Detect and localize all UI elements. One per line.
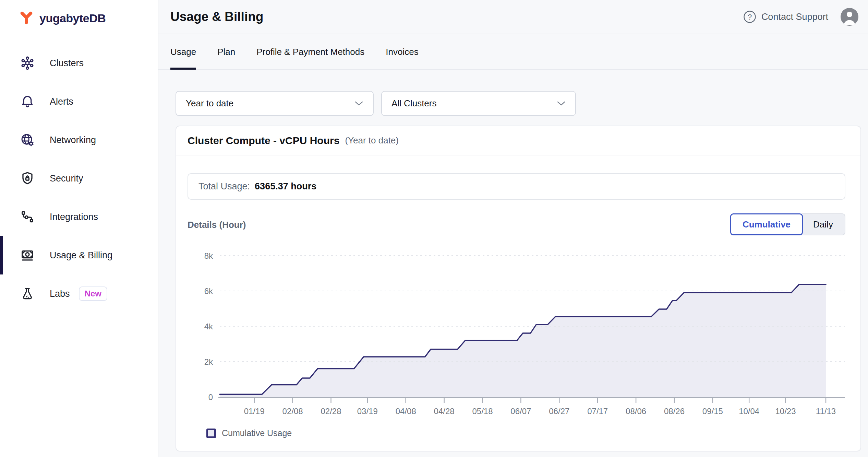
clusters-icon [20,55,35,71]
tabs: Usage Plan Profile & Payment Methods Inv… [158,34,868,70]
sidebar-item-label: Integrations [50,212,98,222]
svg-text:4k: 4k [204,322,213,331]
svg-text:01/19: 01/19 [244,407,265,416]
sidebar-nav: Clusters Alerts [0,44,158,313]
sidebar-item-networking[interactable]: Networking [0,121,158,159]
tab-plan[interactable]: Plan [217,47,235,69]
banknote-icon [20,247,35,263]
period-select[interactable]: Year to date [176,91,374,116]
details-label: Details (Hour) [188,220,246,230]
new-badge: New [79,286,107,301]
svg-text:03/19: 03/19 [357,407,378,416]
brand-name: yugabyteDB [39,12,106,25]
svg-text:09/15: 09/15 [702,407,723,416]
sidebar-item-label: Alerts [50,96,73,107]
svg-text:8k: 8k [204,251,213,260]
tab-usage[interactable]: Usage [170,47,196,70]
sidebar-item-alerts[interactable]: Alerts [0,82,158,121]
sidebar-item-label: Clusters [50,58,84,69]
svg-text:10/23: 10/23 [775,407,796,416]
svg-text:08/06: 08/06 [626,407,646,416]
usage-card: Cluster Compute - vCPU Hours (Year to da… [176,126,861,452]
period-select-value: Year to date [186,98,233,109]
legend-swatch-icon [206,429,216,438]
contact-support-button[interactable]: ? Contact Support [743,10,828,24]
globe-gear-icon [20,132,35,148]
svg-text:2k: 2k [204,357,213,366]
help-icon: ? [743,10,757,24]
chevron-down-icon [557,101,566,106]
page-title: Usage & Billing [170,10,263,24]
total-usage-value: 6365.37 hours [255,181,316,192]
sidebar-item-label: Labs [50,289,70,299]
svg-text:0: 0 [208,392,213,402]
chevron-down-icon [354,101,363,106]
bell-icon [20,94,35,109]
contact-support-label: Contact Support [761,12,828,22]
usage-card-title: Cluster Compute - vCPU Hours [188,135,339,147]
person-icon [841,8,858,26]
tab-profile-payment-methods[interactable]: Profile & Payment Methods [256,47,364,69]
sidebar-item-clusters[interactable]: Clusters [0,44,158,82]
svg-text:04/08: 04/08 [396,407,416,416]
cluster-select-value: All Clusters [391,98,436,109]
sidebar-item-labs[interactable]: Labs New [0,274,158,313]
sidebar-item-security[interactable]: Security [0,159,158,198]
view-toggle: Cumulative Daily [730,213,845,235]
yugabyte-mark-icon [19,11,34,26]
svg-text:?: ? [748,13,752,21]
main-content: Usage & Billing ? Contact Support [158,0,868,457]
sidebar-item-label: Networking [50,135,96,145]
usage-card-subtitle: (Year to date) [345,135,399,146]
svg-text:04/28: 04/28 [434,407,455,416]
active-indicator [0,236,3,274]
flask-icon [20,286,35,302]
usage-chart[interactable]: 02k4k6k8k01/1902/0802/2803/1904/0804/280… [193,242,852,424]
svg-text:05/18: 05/18 [472,407,493,416]
svg-text:02/08: 02/08 [282,407,303,416]
total-usage-box: Total Usage: 6365.37 hours [188,173,845,200]
svg-text:6k: 6k [204,286,213,296]
tab-invoices[interactable]: Invoices [386,47,418,69]
svg-text:07/17: 07/17 [587,407,608,416]
svg-text:06/07: 06/07 [510,407,531,416]
user-avatar[interactable] [841,8,858,26]
shield-lock-icon [20,171,35,186]
cumulative-toggle-button[interactable]: Cumulative [730,213,803,235]
sidebar: yugabyteDB Clusters [0,0,158,457]
svg-text:11/13: 11/13 [816,407,836,416]
sidebar-item-integrations[interactable]: Integrations [0,198,158,236]
svg-text:02/28: 02/28 [321,407,341,416]
total-usage-label: Total Usage: [198,181,250,192]
brand-logo[interactable]: yugabyteDB [0,10,158,27]
svg-text:06/27: 06/27 [549,407,569,416]
svg-text:10/04: 10/04 [739,407,759,416]
cluster-select[interactable]: All Clusters [381,91,576,116]
legend-label: Cumulative Usage [222,428,292,438]
svg-text:08/26: 08/26 [664,407,685,416]
topbar: Usage & Billing ? Contact Support [158,0,868,34]
sidebar-item-label: Security [50,173,83,184]
usage-card-header: Cluster Compute - vCPU Hours (Year to da… [176,126,860,155]
sidebar-item-usage-billing[interactable]: Usage & Billing [0,236,158,274]
filters-row: Year to date All Clusters [176,91,868,116]
legend-cumulative-usage[interactable]: Cumulative Usage [206,428,292,438]
sidebar-item-label: Usage & Billing [50,250,112,261]
integrations-icon [20,209,35,225]
daily-toggle-button[interactable]: Daily [801,213,845,235]
